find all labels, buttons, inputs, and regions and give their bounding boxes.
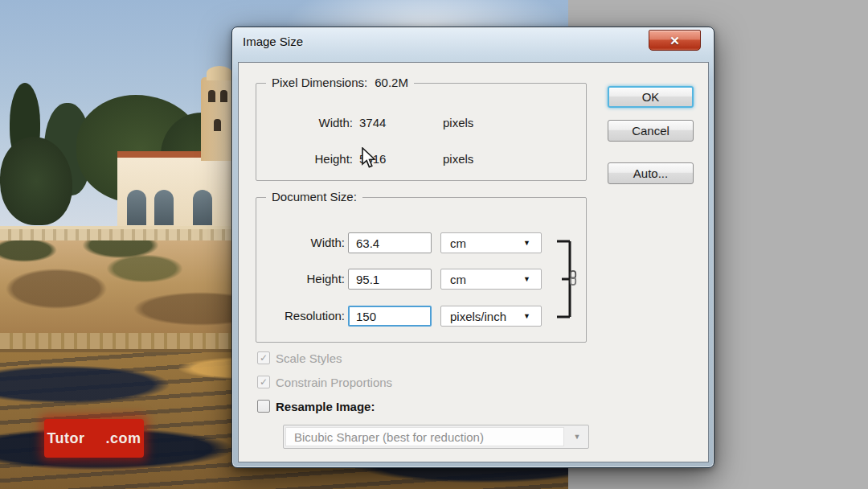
cancel-button[interactable]: Cancel — [608, 120, 694, 142]
chevron-down-icon: ▼ — [523, 312, 541, 320]
arched-window — [193, 190, 212, 225]
doc-width-unit-value: cm — [441, 236, 523, 250]
scale-styles-row: ✓ Scale Styles — [257, 351, 342, 365]
doc-width-unit-select[interactable]: cm ▼ — [440, 232, 542, 253]
resolution-unit-select[interactable]: pixels/inch ▼ — [440, 306, 542, 327]
pixel-width-value: 3744 — [359, 116, 386, 129]
dialog-title: Image Size — [243, 35, 303, 48]
close-icon: ✕ — [669, 35, 680, 47]
resolution-unit-value: pixels/inch — [441, 310, 523, 323]
arched-window — [154, 190, 174, 225]
check-icon: ✓ — [260, 352, 268, 364]
tower-window — [220, 90, 227, 102]
doc-height-unit-value: cm — [441, 273, 523, 286]
chain-link-icon — [568, 270, 578, 286]
watermark-text-suffix: .com — [106, 430, 141, 447]
resample-method-select: Bicubic Sharper (best for reduction) ▼ — [283, 425, 589, 449]
doc-height-row: Height: cm ▼ — [256, 269, 588, 290]
arched-window — [127, 190, 146, 225]
tower-window — [214, 119, 221, 131]
pixel-height-label: Height: — [272, 152, 353, 166]
doc-height-unit-select[interactable]: cm ▼ — [440, 269, 542, 290]
image-size-dialog: Image Size ✕ Pixel Dimensions:60.2M Widt… — [231, 27, 714, 468]
chevron-down-icon: ▼ — [523, 239, 541, 247]
close-button[interactable]: ✕ — [649, 30, 701, 51]
resample-image-label: Resample Image: — [276, 400, 375, 413]
pixel-dimensions-group: Pixel Dimensions:60.2M Width: 3744 pixel… — [256, 83, 587, 181]
document-size-group: Document Size: Width: cm ▼ Height: cm ▼ — [256, 197, 587, 343]
photoshop-workspace: Tutor .com Image Size ✕ Pixel Dimensions… — [0, 0, 868, 489]
chevron-down-icon: ▼ — [523, 275, 541, 283]
resample-image-row: Resample Image: — [257, 399, 375, 413]
mouse-cursor — [361, 147, 379, 170]
pixel-dimensions-label: Pixel Dimensions: — [272, 76, 367, 89]
pixel-height-unit: pixels — [443, 152, 473, 166]
constrain-proportions-row: ✓ Constrain Proportions — [257, 375, 392, 389]
constrain-proportions-checkbox: ✓ — [257, 376, 270, 388]
resample-method-arrow: ▼ — [566, 425, 588, 448]
pixel-dimensions-size: 60.2M — [375, 76, 408, 89]
ok-button[interactable]: OK — [608, 86, 694, 108]
doc-width-input[interactable] — [348, 232, 432, 253]
resample-image-checkbox[interactable] — [257, 400, 270, 413]
bell-tower-cap — [207, 66, 232, 80]
chevron-down-icon: ▼ — [574, 433, 581, 441]
document-size-legend: Document Size: — [266, 190, 362, 203]
doc-height-input[interactable] — [348, 269, 432, 290]
doc-height-label: Height: — [306, 272, 345, 286]
scale-styles-label: Scale Styles — [276, 351, 342, 365]
scale-styles-checkbox: ✓ — [257, 351, 270, 364]
check-icon: ✓ — [260, 376, 268, 388]
resolution-input[interactable] — [348, 306, 432, 327]
constrain-proportions-label: Constrain Proportions — [276, 376, 392, 389]
tower-window — [208, 90, 215, 102]
watermark-text-prefix: Tutor — [47, 430, 84, 447]
resolution-label: Resolution: — [285, 309, 345, 323]
doc-width-label: Width: — [310, 236, 345, 249]
dialog-content: Pixel Dimensions:60.2M Width: 3744 pixel… — [238, 62, 709, 462]
pixel-dimensions-legend: Pixel Dimensions:60.2M — [266, 76, 414, 89]
auto-button[interactable]: Auto... — [608, 162, 694, 184]
resolution-row: Resolution: pixels/inch ▼ — [256, 306, 588, 327]
watermark: Tutor .com — [44, 419, 144, 458]
pixel-width-label: Width: — [272, 116, 353, 129]
resample-method-value: Bicubic Sharper (best for reduction) — [285, 427, 564, 446]
doc-width-row: Width: cm ▼ — [256, 232, 588, 254]
pixel-width-unit: pixels — [443, 116, 473, 129]
